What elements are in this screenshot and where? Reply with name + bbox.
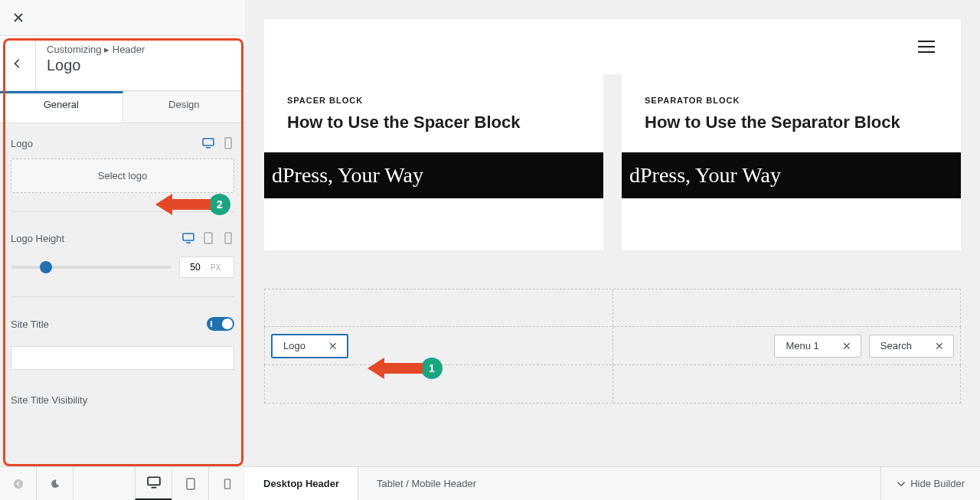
- builder-block-menu1[interactable]: Menu 1 ✕: [774, 335, 861, 358]
- post-category: SPACER BLOCK: [287, 96, 580, 105]
- header-builder-grid: Logo ✕ Menu 1 ✕ Search ✕: [264, 289, 961, 404]
- site-title-toggle[interactable]: [207, 317, 234, 331]
- mobile-icon[interactable]: [222, 232, 234, 244]
- tab-desktop-header[interactable]: Desktop Header: [245, 467, 358, 500]
- svg-rect-1: [225, 138, 231, 149]
- device-desktop[interactable]: [135, 467, 172, 501]
- panel-tabs: General Design: [0, 91, 245, 123]
- post-image: dPress, Your Way: [622, 152, 961, 198]
- block-label: Search: [880, 340, 912, 351]
- page-title: Logo: [47, 57, 234, 74]
- collapse-button[interactable]: [0, 467, 37, 501]
- hide-builder-button[interactable]: Hide Builder: [880, 467, 980, 500]
- chevron-left-icon: [12, 58, 23, 69]
- annotation-number: 1: [421, 358, 443, 379]
- annotation-callout-2: 2: [155, 194, 230, 215]
- menu-toggle[interactable]: [918, 41, 935, 53]
- svg-rect-6: [148, 477, 160, 485]
- sidebar-footer: [0, 466, 245, 500]
- logo-height-label: Logo Height: [11, 233, 64, 244]
- post-title: How to Use the Spacer Block: [287, 113, 580, 132]
- post-title: How to Use the Separator Block: [645, 113, 938, 132]
- hide-builder-label: Hide Builder: [910, 478, 965, 489]
- close-customizer[interactable]: [6, 5, 31, 30]
- device-tablet[interactable]: [172, 467, 208, 501]
- post-category: SEPARATOR BLOCK: [645, 96, 938, 105]
- tab-mobile-header[interactable]: Tablet / Mobile Header: [358, 467, 495, 500]
- site-title-input[interactable]: [11, 346, 234, 370]
- logo-height-slider[interactable]: [11, 266, 172, 269]
- svg-rect-8: [224, 479, 230, 488]
- preview-area: SPACER BLOCK How to Use the Spacer Block…: [245, 0, 980, 466]
- collapse-icon: [13, 479, 24, 489]
- logo-label: Logo: [11, 138, 33, 149]
- remove-icon[interactable]: ✕: [328, 340, 338, 352]
- visibility-label: Site Title Visibility: [11, 394, 87, 406]
- select-logo-button[interactable]: Select logo: [11, 158, 234, 193]
- block-label: Menu 1: [786, 340, 818, 351]
- sidebar: Customizing ▸ Header Logo General Design…: [0, 36, 245, 466]
- builder-tabs: Desktop Header Tablet / Mobile Header Hi…: [245, 466, 980, 500]
- svg-rect-3: [204, 233, 212, 243]
- post-card[interactable]: SEPARATOR BLOCK How to Use the Separator…: [622, 74, 961, 250]
- post-image: dPress, Your Way: [264, 152, 603, 198]
- svg-rect-7: [187, 479, 194, 489]
- dark-mode-button[interactable]: [37, 467, 74, 501]
- site-title-label: Site Title: [11, 319, 49, 330]
- close-icon: [12, 11, 24, 24]
- remove-icon[interactable]: ✕: [935, 340, 944, 352]
- svg-rect-4: [225, 233, 231, 243]
- svg-point-5: [13, 479, 22, 488]
- mobile-icon[interactable]: [222, 137, 234, 149]
- svg-rect-2: [183, 234, 194, 240]
- block-label: Logo: [283, 340, 305, 351]
- tablet-icon[interactable]: [202, 232, 214, 244]
- logo-height-input[interactable]: [180, 257, 211, 277]
- unit-label: PX: [211, 263, 225, 272]
- chevron-down-icon: [897, 479, 906, 489]
- desktop-icon[interactable]: [202, 137, 214, 149]
- svg-rect-0: [203, 139, 214, 145]
- annotation-callout-1: 1: [368, 358, 443, 379]
- desktop-icon[interactable]: [182, 232, 194, 244]
- site-header: [264, 19, 961, 74]
- annotation-number: 2: [209, 194, 230, 215]
- panel-header: Customizing ▸ Header Logo: [0, 36, 245, 91]
- tab-design[interactable]: Design: [123, 91, 246, 123]
- breadcrumb: Customizing ▸ Header: [47, 44, 234, 55]
- builder-block-search[interactable]: Search ✕: [869, 335, 954, 358]
- tab-general[interactable]: General: [0, 91, 123, 123]
- back-button[interactable]: [0, 36, 36, 90]
- panel-body: Logo Select logo Logo Height: [0, 123, 245, 429]
- device-mobile[interactable]: [208, 467, 245, 501]
- tablet-icon: [185, 478, 197, 490]
- desktop-icon: [147, 475, 161, 489]
- remove-icon[interactable]: ✕: [842, 340, 851, 352]
- builder-block-logo[interactable]: Logo ✕: [271, 334, 348, 358]
- post-card[interactable]: SPACER BLOCK How to Use the Spacer Block…: [264, 74, 603, 250]
- mobile-icon: [222, 479, 233, 489]
- moon-icon: [50, 479, 60, 489]
